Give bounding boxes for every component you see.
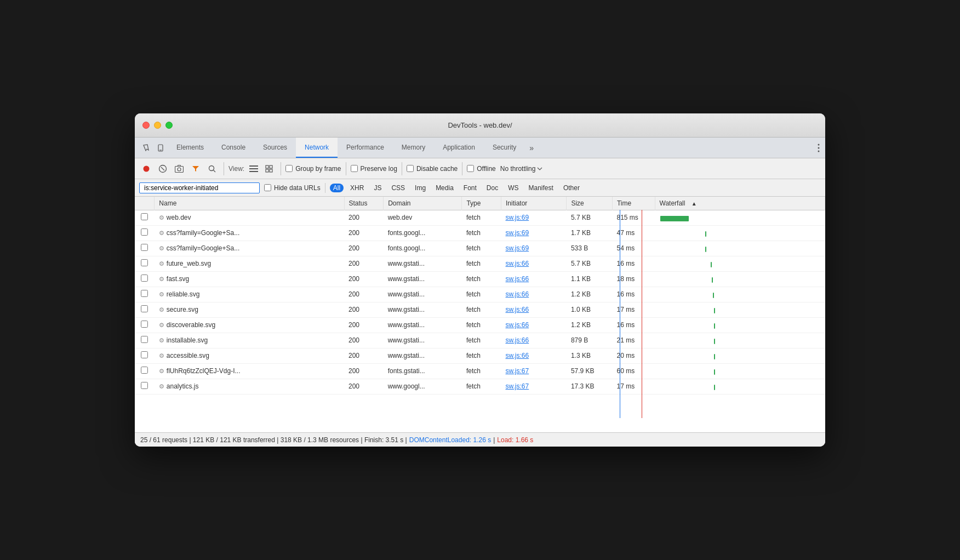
row-checkbox[interactable] [141, 259, 148, 266]
list-view-button[interactable] [247, 162, 261, 176]
table-row[interactable]: ⚙future_web.svg200www.gstati...fetchsw.j… [135, 256, 825, 271]
col-time-header[interactable]: Time [612, 197, 655, 210]
row-checkbox[interactable] [141, 351, 148, 358]
menu-dots-button[interactable] [812, 138, 825, 158]
close-button[interactable] [142, 122, 150, 129]
table-row[interactable]: ⚙reliable.svg200www.gstati...fetchsw.js:… [135, 287, 825, 302]
row-checkbox[interactable] [141, 336, 148, 343]
row-initiator[interactable]: sw.js:66 [506, 336, 529, 344]
col-domain-header[interactable]: Domain [384, 197, 462, 210]
table-row[interactable]: ⚙css?family=Google+Sa...200fonts.googl..… [135, 225, 825, 241]
filter-js-button[interactable]: JS [370, 184, 385, 192]
table-row[interactable]: ⚙analytics.js200www.googl...fetchsw.js:6… [135, 379, 825, 394]
table-row[interactable]: ⚙web.dev200web.devfetchsw.js:695.7 KB815… [135, 210, 825, 225]
service-worker-icon: ⚙ [159, 214, 164, 221]
row-waterfall [655, 379, 825, 394]
row-checkbox[interactable] [141, 382, 148, 389]
row-checkbox[interactable] [141, 244, 148, 251]
row-status: 200 [344, 317, 384, 333]
tab-application[interactable]: Application [434, 138, 484, 158]
tab-memory[interactable]: Memory [393, 138, 434, 158]
filter-css-button[interactable]: CSS [388, 184, 408, 192]
throttle-select[interactable]: No throttling [500, 165, 543, 173]
filter-xhr-button[interactable]: XHR [347, 184, 367, 192]
tab-performance[interactable]: Performance [338, 138, 393, 158]
row-initiator[interactable]: sw.js:66 [506, 321, 529, 329]
offline-check[interactable]: Offline [467, 165, 495, 173]
preserve-log-check[interactable]: Preserve log [351, 165, 397, 173]
row-initiator[interactable]: sw.js:67 [506, 367, 529, 375]
filter-other-button[interactable]: Other [560, 184, 583, 192]
col-initiator-header[interactable]: Initiator [501, 197, 567, 210]
screenshot-button[interactable] [172, 162, 186, 176]
row-initiator[interactable]: sw.js:66 [506, 275, 529, 283]
row-checkbox[interactable] [141, 228, 148, 236]
grid-view-button[interactable] [262, 162, 276, 176]
row-time: 815 ms [612, 210, 655, 225]
waterfall-bar [660, 216, 689, 221]
table-row[interactable]: ⚙accessible.svg200www.gstati...fetchsw.j… [135, 348, 825, 363]
record-button[interactable] [139, 162, 153, 176]
svg-point-5 [144, 165, 150, 172]
row-initiator[interactable]: sw.js:66 [506, 352, 529, 359]
clear-button[interactable] [156, 162, 170, 176]
service-worker-icon: ⚙ [159, 352, 164, 359]
col-waterfall-header[interactable]: Waterfall ▲ [655, 197, 825, 210]
tab-console[interactable]: Console [213, 138, 254, 158]
table-row[interactable]: ⚙fast.svg200www.gstati...fetchsw.js:661.… [135, 271, 825, 287]
row-checkbox[interactable] [141, 321, 148, 328]
search-button[interactable] [205, 162, 219, 176]
minimize-button[interactable] [154, 122, 161, 129]
filter-button[interactable] [188, 162, 203, 176]
row-checkbox[interactable] [141, 367, 148, 374]
row-checkbox[interactable] [141, 290, 148, 297]
row-initiator[interactable]: sw.js:69 [506, 229, 529, 237]
table-row[interactable]: ⚙flUhRq6tzZclQEJ-Vdg-I...200fonts.gstati… [135, 363, 825, 379]
row-domain: fonts.gstati... [384, 363, 462, 379]
filter-all-button[interactable]: All [330, 184, 344, 192]
filter-doc-button[interactable]: Doc [483, 184, 501, 192]
table-row[interactable]: ⚙css?family=Google+Sa...200fonts.googl..… [135, 241, 825, 256]
tab-sources[interactable]: Sources [254, 138, 296, 158]
col-size-header[interactable]: Size [567, 197, 613, 210]
filter-media-button[interactable]: Media [432, 184, 457, 192]
waterfall-tick [705, 247, 706, 252]
maximize-button[interactable] [165, 122, 173, 129]
row-checkbox[interactable] [141, 305, 148, 312]
filter-input[interactable] [139, 182, 260, 193]
row-initiator[interactable]: sw.js:66 [506, 306, 529, 313]
row-type: fetch [462, 256, 501, 271]
row-initiator[interactable]: sw.js:69 [506, 244, 529, 252]
row-checkbox[interactable] [141, 213, 148, 220]
row-initiator[interactable]: sw.js:69 [506, 214, 529, 221]
col-type-header[interactable]: Type [462, 197, 501, 210]
tab-elements[interactable]: Elements [168, 138, 213, 158]
col-name-header[interactable]: Name [155, 197, 344, 210]
filter-ws-button[interactable]: WS [505, 184, 522, 192]
filter-row: Hide data URLs All XHR JS CSS Img Media … [135, 179, 825, 197]
svg-point-2 [818, 144, 820, 145]
row-status: 200 [344, 348, 384, 363]
tab-network[interactable]: Network [296, 138, 338, 158]
row-initiator[interactable]: sw.js:66 [506, 260, 529, 267]
row-name: ⚙css?family=Google+Sa... [155, 225, 344, 241]
row-initiator[interactable]: sw.js:67 [506, 382, 529, 390]
tab-security[interactable]: Security [484, 138, 525, 158]
table-row[interactable]: ⚙installable.svg200www.gstati...fetchsw.… [135, 333, 825, 348]
row-waterfall [655, 271, 825, 287]
row-size: 1.0 KB [567, 302, 613, 317]
more-tabs-button[interactable]: » [525, 138, 538, 158]
hide-data-urls-check[interactable]: Hide data URLs [264, 184, 321, 192]
filter-font-button[interactable]: Font [460, 184, 480, 192]
table-row[interactable]: ⚙secure.svg200www.gstati...fetchsw.js:66… [135, 302, 825, 317]
disable-cache-check[interactable]: Disable cache [407, 165, 458, 173]
row-type: fetch [462, 287, 501, 302]
view-buttons [247, 162, 276, 176]
filter-manifest-button[interactable]: Manifest [525, 184, 557, 192]
col-status-header[interactable]: Status [344, 197, 384, 210]
filter-img-button[interactable]: Img [412, 184, 429, 192]
table-row[interactable]: ⚙discoverable.svg200www.gstati...fetchsw… [135, 317, 825, 333]
group-by-frame-check[interactable]: Group by frame [285, 165, 341, 173]
row-initiator[interactable]: sw.js:66 [506, 290, 529, 298]
row-checkbox[interactable] [141, 275, 148, 282]
